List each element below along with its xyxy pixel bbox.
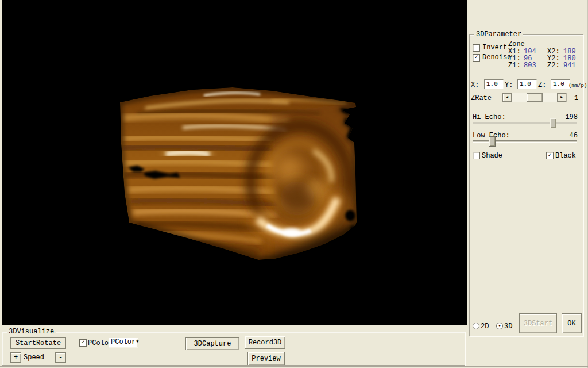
- invert-label: Invert: [482, 44, 507, 51]
- hi-echo-slider[interactable]: [473, 122, 577, 124]
- start-rotate-button[interactable]: StartRotate: [10, 337, 66, 349]
- scale-y-label: Y:: [505, 82, 513, 89]
- hi-echo-value: 198: [565, 114, 578, 121]
- low-echo-slider-thumb[interactable]: [489, 136, 496, 147]
- check-icon: ✓: [548, 152, 551, 158]
- pcolor-select[interactable]: PColor ▼: [109, 338, 138, 348]
- denoise-label: Denoise: [482, 54, 511, 61]
- zone-title: Zone: [508, 41, 525, 48]
- pcolor-select-value: PColor: [109, 338, 136, 347]
- 3dvisualize-group: 3DVisualize StartRotate ✓ PColor PColor …: [2, 332, 465, 366]
- zrate-scroll-thumb[interactable]: [527, 93, 543, 102]
- zone-z1-label: Z1:: [508, 62, 521, 69]
- zrate-scrollbar[interactable]: ◄ ►: [502, 93, 567, 102]
- zone-z2-label: Z2:: [547, 62, 560, 69]
- 3dcapture-button[interactable]: 3DCapture: [185, 337, 239, 350]
- group-title: 3DVisualize: [7, 328, 56, 336]
- visualize-bar: 3DVisualize StartRotate ✓ PColor PColor …: [0, 325, 588, 366]
- invert-checkbox[interactable]: [473, 44, 480, 52]
- volume-render-3d: [2, 0, 467, 325]
- speed-plus-button[interactable]: +: [10, 352, 21, 363]
- dropdown-arrow-icon[interactable]: ▼: [136, 338, 138, 347]
- scale-y-input[interactable]: 1.0: [517, 79, 537, 89]
- group-title: 3DParameter: [474, 31, 523, 39]
- scroll-left-icon[interactable]: ◄: [502, 93, 512, 102]
- zone-z1-value: 803: [524, 62, 536, 69]
- 3d-viewport[interactable]: [2, 0, 467, 325]
- hi-echo-slider-thumb[interactable]: [550, 118, 556, 128]
- denoise-checkbox[interactable]: ✓: [473, 54, 480, 62]
- 3dparameter-group: 3DParameter Invert ✓ Denoise Zone X1: 10…: [469, 34, 583, 336]
- speed-minus-button[interactable]: -: [55, 352, 66, 363]
- preview-button[interactable]: Preview: [247, 352, 285, 365]
- scroll-right-icon[interactable]: ►: [557, 93, 566, 102]
- check-icon: ✓: [474, 54, 478, 60]
- scale-unit-label: (mm/p): [568, 82, 587, 89]
- check-icon: ✓: [81, 339, 84, 346]
- record3d-button[interactable]: Record3D: [245, 336, 285, 349]
- parameter-panel: 3DParameter Invert ✓ Denoise Zone X1: 10…: [467, 0, 588, 368]
- black-checkbox[interactable]: ✓: [546, 152, 554, 159]
- scale-x-label: X:: [471, 82, 479, 89]
- volume-silhouette: [120, 87, 360, 262]
- window-bottom-border: [0, 366, 588, 367]
- speed-label: Speed: [24, 354, 44, 361]
- black-label: Black: [555, 152, 576, 159]
- zrate-label: ZRate: [471, 95, 492, 102]
- zrate-value: 1: [574, 95, 578, 102]
- scale-x-input[interactable]: 1.0: [484, 79, 504, 89]
- shade-checkbox[interactable]: [473, 152, 480, 159]
- scale-z-label: Z:: [538, 82, 546, 89]
- zrate-scroll-track[interactable]: [512, 93, 557, 102]
- zone-z2-value: 941: [563, 62, 576, 69]
- low-echo-slider[interactable]: [473, 140, 577, 143]
- app-window: 3DParameter Invert ✓ Denoise Zone X1: 10…: [0, 0, 588, 368]
- pcolor-checkbox[interactable]: ✓: [79, 339, 87, 347]
- scale-z-input[interactable]: 1.0: [551, 79, 570, 89]
- hi-echo-label: Hi Echo:: [473, 114, 506, 121]
- low-echo-value: 46: [570, 132, 578, 139]
- shade-label: Shade: [482, 152, 502, 159]
